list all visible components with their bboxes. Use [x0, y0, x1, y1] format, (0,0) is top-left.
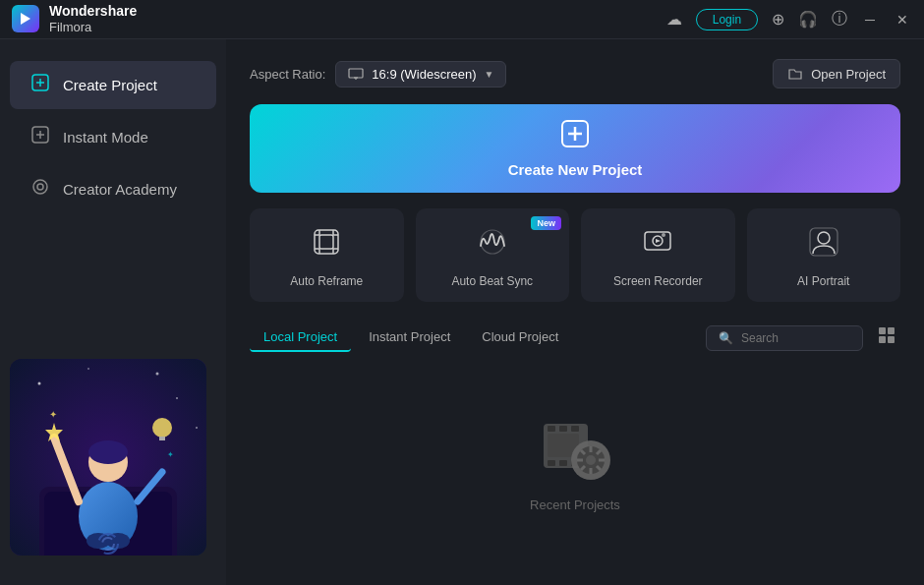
svg-rect-63	[559, 460, 567, 466]
create-new-project-banner[interactable]: Create New Project	[250, 104, 900, 193]
titlebar-right: ☁ Login ⊕ 🎧 ⓘ ─ ✕	[666, 9, 912, 30]
svg-point-8	[37, 184, 43, 190]
sidebar: Create Project Instant Mode Creator Acad…	[0, 39, 226, 585]
tab-cloud-project[interactable]: Cloud Project	[468, 323, 572, 352]
svg-rect-56	[879, 336, 886, 343]
svg-rect-59	[548, 426, 555, 432]
svg-point-25	[152, 418, 172, 438]
project-tabs-right: 🔍	[706, 322, 900, 354]
auto-beat-sync-label: Auto Beat Sync	[451, 274, 533, 288]
svg-point-10	[38, 382, 41, 385]
titlebar: Wondershare Filmora ☁ Login ⊕ 🎧 ⓘ ─ ✕	[0, 0, 924, 39]
headphones-icon[interactable]: 🎧	[798, 10, 818, 29]
svg-rect-60	[559, 426, 567, 432]
app-logo	[12, 5, 39, 32]
create-project-icon	[29, 73, 51, 97]
feature-card-auto-beat-sync[interactable]: New Auto Beat Sync	[416, 208, 570, 302]
svg-point-19	[88, 440, 128, 464]
content-area: Aspect Ratio: 16:9 (Widescreen) ▼ Open P…	[226, 39, 924, 585]
svg-rect-57	[888, 336, 895, 343]
svg-point-11	[176, 397, 178, 399]
search-box: 🔍	[706, 325, 863, 351]
illustration-container: ✦ ✦	[10, 359, 206, 556]
main-layout: Create Project Instant Mode Creator Acad…	[0, 39, 924, 585]
svg-rect-38	[319, 235, 333, 249]
download-icon[interactable]: ⊕	[772, 10, 784, 29]
svg-point-7	[33, 180, 47, 194]
svg-marker-51	[656, 239, 661, 243]
search-icon: 🔍	[719, 331, 733, 345]
svg-text:✦: ✦	[167, 450, 174, 459]
ai-portrait-label: AI Portrait	[797, 274, 849, 288]
open-project-button[interactable]: Open Project	[773, 59, 900, 88]
project-tabs: Local Project Instant Project Cloud Proj…	[250, 323, 572, 352]
aspect-ratio-label: Aspect Ratio:	[250, 67, 325, 82]
sidebar-item-create-project[interactable]: Create Project	[10, 61, 216, 109]
aspect-ratio-row: Aspect Ratio: 16:9 (Widescreen) ▼ Open P…	[250, 59, 900, 88]
minimize-button[interactable]: ─	[861, 12, 879, 28]
tab-local-project[interactable]: Local Project	[250, 323, 351, 352]
app-name-line1: Wondershare	[49, 3, 137, 20]
svg-point-12	[156, 373, 159, 376]
sidebar-item-label: Create Project	[63, 77, 157, 93]
folder-icon	[787, 66, 803, 82]
feature-card-screen-recorder[interactable]: Screen Recorder	[581, 208, 735, 302]
recent-projects-label: Recent Projects	[530, 497, 620, 512]
empty-state: Recent Projects	[250, 370, 900, 552]
sidebar-item-label: Creator Academy	[63, 181, 177, 198]
svg-rect-55	[888, 327, 895, 334]
auto-reframe-label: Auto Reframe	[290, 274, 363, 288]
monitor-icon	[348, 68, 364, 80]
svg-point-68	[586, 455, 596, 465]
search-input[interactable]	[741, 331, 850, 345]
svg-rect-31	[349, 69, 363, 78]
login-button[interactable]: Login	[696, 9, 758, 30]
svg-point-14	[196, 427, 198, 429]
create-project-icon	[560, 119, 590, 155]
film-reel-icon	[536, 409, 614, 488]
sidebar-item-instant-mode[interactable]: Instant Mode	[10, 113, 216, 161]
sidebar-illustration: ✦ ✦	[0, 349, 226, 565]
cloud-icon[interactable]: ☁	[666, 10, 682, 29]
grid-view-button[interactable]	[873, 322, 900, 354]
instant-mode-icon	[29, 125, 51, 149]
creator-academy-icon	[29, 177, 51, 202]
auto-reframe-icon	[311, 226, 342, 264]
aspect-ratio-value: 16:9 (Widescreen)	[372, 67, 476, 82]
ai-portrait-icon	[808, 226, 839, 264]
chevron-down-icon: ▼	[485, 69, 494, 80]
svg-rect-61	[571, 426, 579, 432]
aspect-ratio-select[interactable]: 16:9 (Widescreen) ▼	[335, 61, 506, 88]
svg-rect-37	[315, 230, 338, 254]
titlebar-left: Wondershare Filmora	[12, 3, 137, 34]
svg-point-13	[87, 368, 89, 370]
screen-recorder-label: Screen Recorder	[613, 274, 703, 288]
svg-rect-54	[879, 327, 886, 334]
tab-instant-project[interactable]: Instant Project	[355, 323, 464, 352]
feature-card-ai-portrait[interactable]: AI Portrait	[747, 208, 901, 302]
svg-marker-0	[21, 13, 30, 25]
sidebar-item-label: Instant Mode	[63, 129, 148, 146]
beat-sync-icon	[477, 226, 508, 264]
create-banner-label: Create New Project	[508, 161, 643, 178]
feature-cards-grid: Auto Reframe New Auto Beat Sync	[250, 208, 900, 302]
project-tabs-row: Local Project Instant Project Cloud Proj…	[250, 322, 900, 354]
open-project-label: Open Project	[811, 67, 886, 82]
screen-recorder-icon	[642, 226, 673, 264]
svg-rect-26	[159, 437, 165, 440]
close-button[interactable]: ✕	[893, 12, 912, 28]
new-badge: New	[531, 216, 561, 230]
app-name-line2: Filmora	[49, 20, 91, 34]
svg-point-52	[818, 232, 830, 244]
app-title: Wondershare Filmora	[49, 3, 137, 34]
feature-card-auto-reframe[interactable]: Auto Reframe	[250, 208, 404, 302]
info-icon[interactable]: ⓘ	[832, 9, 847, 29]
sidebar-item-creator-academy[interactable]: Creator Academy	[10, 165, 216, 213]
svg-point-50	[662, 233, 665, 237]
svg-rect-62	[548, 460, 555, 466]
svg-text:✦: ✦	[49, 409, 57, 420]
